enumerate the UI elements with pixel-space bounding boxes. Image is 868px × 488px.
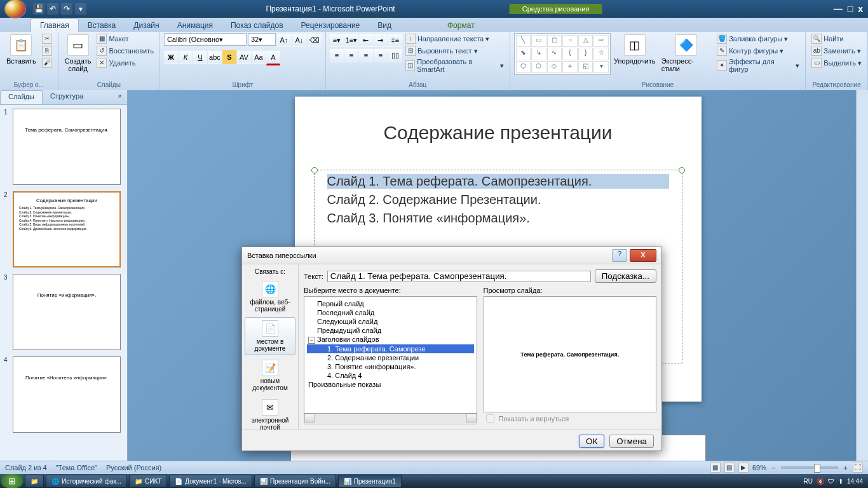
fit-window-icon[interactable]: ⛶ [853,463,863,473]
tab-format[interactable]: Формат [438,19,484,32]
align-right-button[interactable]: ≡ [359,48,373,62]
shape-rect-icon[interactable]: ▭ [531,35,546,47]
document-places-tree[interactable]: Первый слайд Последний слайд Следующий с… [304,296,477,414]
strike-button[interactable]: abc [208,50,222,64]
quick-styles-button[interactable]: 🔷Экспресс-стили [659,33,714,74]
italic-button[interactable]: К [179,50,193,64]
tab-insert[interactable]: Вставка [79,19,125,32]
font-name-combo[interactable]: Calibri (Основно ▾ [164,33,247,46]
shape-brace-icon[interactable]: { [562,48,578,60]
case-button[interactable]: Aa [252,50,266,64]
screentip-button[interactable]: Подсказка... [595,269,656,283]
bullets-button[interactable]: ≡▾ [330,33,344,47]
tray-clock[interactable]: 14:44 [847,478,863,485]
layout-button[interactable]: ▦Макет [95,33,155,44]
shape-plus-icon[interactable]: ＋ [562,61,578,73]
replace-button[interactable]: abЗаменить ▾ [810,45,864,57]
slide-thumbnail[interactable]: Тема реферата. Самопрезентация. [13,109,121,185]
tab-design[interactable]: Дизайн [125,19,168,32]
view-slideshow-icon[interactable]: ▶ [738,463,749,473]
view-sorter-icon[interactable]: ▤ [724,463,735,473]
shape-diag-icon[interactable]: ⬊ [516,48,531,60]
link-to-file-button[interactable]: 🌐файлом, веб-страницей [245,278,295,316]
spacing-button[interactable]: AV [237,50,251,64]
indent-inc-button[interactable]: ⇥ [374,33,388,47]
save-icon[interactable]: 💾 [33,3,44,15]
display-text-input[interactable] [327,271,591,282]
slide-text-line[interactable]: Слайд 1. Тема реферата. Самопрезентация. [327,174,669,189]
slide-thumbnail[interactable]: Понятие «информация». [13,274,121,350]
dialog-titlebar[interactable]: Вставка гиперссылки ? X [242,247,661,264]
clear-format-button[interactable]: ⌫ [308,33,322,47]
slide-thumbnail[interactable]: Содержание презентацииСлайд 1. Тема рефе… [13,191,121,268]
align-text-button[interactable]: ⊟Выровнять текст ▾ [403,45,506,57]
link-to-new-button[interactable]: 📝новым документом [245,356,295,395]
new-slide-button[interactable]: ▭Создать слайд [62,33,94,74]
link-to-email-button[interactable]: ✉электронной почтой [245,396,295,434]
tab-review[interactable]: Рецензирование [292,19,369,32]
start-button[interactable]: ⊞ [1,474,23,488]
font-size-combo[interactable]: 32 ▾ [248,33,276,46]
shape-line-icon[interactable]: ╲ [516,35,531,47]
tray-icon[interactable]: ⬆ [838,478,843,485]
cut-button[interactable]: ✂ [40,33,54,44]
horizontal-scrollbar[interactable] [304,414,477,424]
shadow-button[interactable]: S [222,50,236,64]
tree-item[interactable]: 2. Содержание презентации [307,353,474,362]
tree-item[interactable]: Последний слайд [307,308,474,317]
taskbar-item[interactable]: 🌐Исторический фак... [46,475,127,487]
thumbnails-list[interactable]: 1Тема реферата. Самопрезентация. 2Содерж… [0,105,127,463]
shape-curve-icon[interactable]: ∿ [547,48,562,60]
panel-tab-slides[interactable]: Слайды [0,90,43,104]
tab-view[interactable]: Вид [369,19,400,32]
columns-button[interactable]: ▯▯ [388,48,402,62]
tree-group[interactable]: Произвольные показы [307,380,474,389]
link-to-place-button[interactable]: 📄местом в документе [245,317,295,355]
tree-item[interactable]: 3. Понятие «информация». [307,362,474,371]
tray-icon[interactable]: 🔇 [817,478,824,485]
panel-tab-outline[interactable]: Структура [43,90,91,104]
grow-font-button[interactable]: A↑ [277,33,291,47]
tab-slideshow[interactable]: Показ слайдов [222,19,292,32]
shape-more-icon[interactable]: ▾ [593,61,609,73]
shape-star-icon[interactable]: ☆ [593,48,609,60]
taskbar-item[interactable]: 📁СИКТ [129,475,167,487]
shape-roundrect-icon[interactable]: ▢ [547,35,562,47]
numbering-button[interactable]: 1≡▾ [344,33,358,47]
tray-lang[interactable]: RU [804,478,813,485]
tree-item[interactable]: 1. Тема реферата. Самопрезе [307,344,474,353]
copy-button[interactable]: ⎘ [40,45,54,57]
shape-effects-button[interactable]: ✦Эффекты для фигур ▾ [715,57,801,74]
delete-slide-button[interactable]: ✕Удалить [95,57,155,69]
tray-icon[interactable]: 🛡 [828,478,834,485]
slide-text-line[interactable]: Слайд 3. Понятие «информация». [327,211,669,226]
select-button[interactable]: ▭Выделить ▾ [810,57,864,69]
shape-callout-icon[interactable]: ◱ [578,61,593,73]
shape-hex-icon[interactable]: ⬡ [516,61,531,73]
tree-group[interactable]: −Заголовки слайдов [307,335,474,344]
zoom-out-button[interactable]: － [770,463,777,473]
tab-home[interactable]: Главная [31,18,79,32]
view-normal-icon[interactable]: ▦ [710,463,721,473]
format-painter-button[interactable]: 🖌 [40,57,54,69]
taskbar-item[interactable]: 📊Презентация1 [338,475,402,487]
shape-triangle-icon[interactable]: △ [578,35,593,47]
tree-item[interactable]: 4. Слайд 4 [307,371,474,380]
justify-button[interactable]: ≡ [374,48,388,62]
find-button[interactable]: 🔍Найти [810,33,864,44]
underline-button[interactable]: Ч [193,50,207,64]
align-center-button[interactable]: ≡ [344,48,358,62]
smartart-button[interactable]: ◫Преобразовать в SmartArt ▾ [403,57,506,74]
shrink-font-button[interactable]: A↓ [292,33,306,47]
undo-icon[interactable]: ↶ [47,3,58,15]
shape-brace2-icon[interactable]: } [578,48,593,60]
slide-text-line[interactable]: Слайд 2. Содержание Презентации. [327,193,669,207]
arrange-button[interactable]: ◫Упорядочить [612,33,658,66]
taskbar-item[interactable]: 📁 [25,475,44,487]
dialog-close-button[interactable]: X [630,249,656,262]
paste-button[interactable]: 📋Вставить [4,33,39,66]
tree-item[interactable]: Следующий слайд [307,317,474,326]
tree-item[interactable]: Предыдущий слайд [307,326,474,335]
align-left-button[interactable]: ≡ [330,48,344,62]
shape-arrow-icon[interactable]: ⇨ [593,35,609,47]
